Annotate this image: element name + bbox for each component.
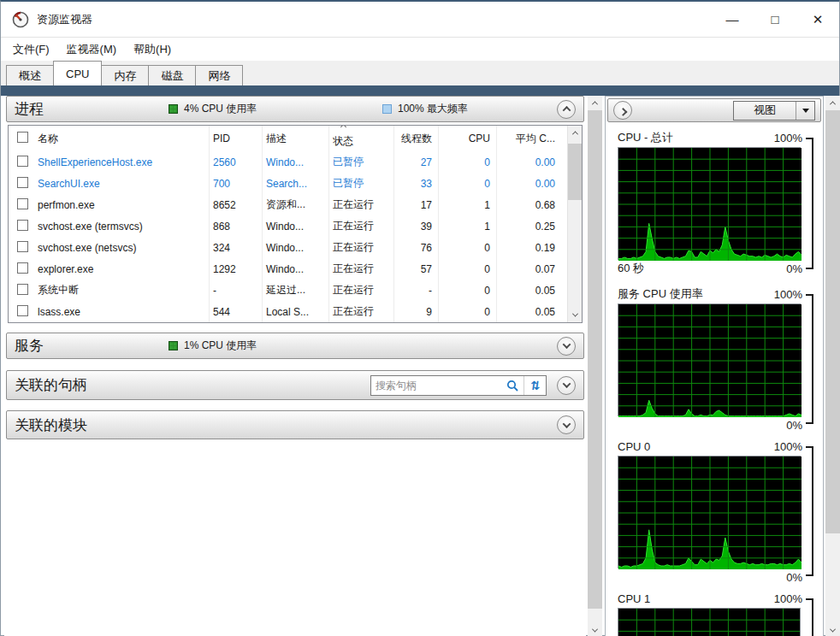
process-cpu-cell: 1 bbox=[439, 215, 497, 237]
menu-monitor[interactable]: 监视器(M) bbox=[58, 38, 126, 61]
process-status-cell: 已暂停 bbox=[329, 151, 394, 173]
process-avg-cell: 0.07 bbox=[497, 263, 561, 275]
row-checkbox[interactable] bbox=[17, 284, 28, 295]
scroll-down-arrow-icon[interactable] bbox=[568, 308, 583, 322]
column-header-name[interactable]: 名称 bbox=[34, 126, 210, 151]
services-cpu-usage-label: 1% CPU 使用率 bbox=[184, 339, 257, 353]
select-all-checkbox[interactable] bbox=[17, 132, 28, 143]
row-checkbox[interactable] bbox=[17, 241, 28, 252]
tab-bar: 概述 CPU 内存 磁盘 网络 bbox=[1, 61, 839, 85]
graph-ymax-label: 100% bbox=[774, 132, 802, 144]
process-name-cell: svchost.exe (netsvcs) bbox=[34, 237, 210, 258]
scroll-down-arrow-icon[interactable] bbox=[588, 623, 602, 636]
handles-expand-button[interactable] bbox=[557, 376, 576, 395]
scrollbar-thumb[interactable] bbox=[825, 110, 840, 533]
table-row[interactable]: explorer.exe1292Windo...正在运行5700.07 bbox=[9, 258, 582, 280]
process-status-cell: 正在运行 bbox=[329, 215, 394, 237]
sort-ascending-icon bbox=[340, 126, 346, 130]
row-checkbox[interactable] bbox=[17, 262, 28, 274]
scroll-up-arrow-icon[interactable] bbox=[568, 126, 583, 140]
window-title: 资源监视器 bbox=[37, 12, 92, 27]
services-expand-button[interactable] bbox=[557, 337, 576, 356]
column-header-threads[interactable]: 线程数 bbox=[394, 126, 439, 151]
cpu0-graph bbox=[618, 456, 801, 568]
process-pid-cell: 8652 bbox=[210, 194, 263, 215]
row-checkbox[interactable] bbox=[17, 156, 28, 167]
menu-file[interactable]: 文件(F) bbox=[4, 38, 58, 61]
process-checkbox-cell bbox=[9, 220, 34, 233]
right-panel-scrollbar[interactable] bbox=[825, 96, 840, 636]
process-checkbox-cell bbox=[9, 177, 34, 191]
tab-overview[interactable]: 概述 bbox=[6, 65, 54, 85]
row-checkbox[interactable] bbox=[17, 220, 28, 231]
process-checkbox-cell bbox=[9, 305, 34, 319]
scroll-down-arrow-icon[interactable] bbox=[825, 623, 840, 636]
process-pid-cell: 544 bbox=[210, 301, 263, 322]
processes-section-header: 进程 4% CPU 使用率 100% 最大频率 bbox=[6, 96, 584, 122]
view-button[interactable]: 视图 bbox=[733, 101, 815, 121]
view-dropdown-arrow[interactable] bbox=[796, 102, 814, 120]
process-threads-cell: 57 bbox=[394, 258, 439, 280]
modules-expand-button[interactable] bbox=[557, 415, 576, 434]
column-header-desc[interactable]: 描述 bbox=[263, 126, 329, 151]
row-checkbox[interactable] bbox=[17, 177, 28, 188]
process-desc-cell: Windo... bbox=[263, 258, 329, 280]
service-cpu-graph bbox=[618, 303, 801, 416]
handles-section-header: 关联的句柄 ⇅ bbox=[6, 370, 584, 400]
process-pid-cell: 2560 bbox=[210, 151, 263, 173]
process-table-scrollbar[interactable] bbox=[567, 126, 582, 322]
scrollbar-thumb[interactable] bbox=[568, 144, 583, 200]
processes-collapse-button[interactable] bbox=[557, 100, 576, 119]
close-button[interactable]: ✕ bbox=[796, 2, 839, 37]
process-desc-cell: Local S... bbox=[263, 301, 329, 322]
table-row[interactable]: SearchUI.exe700Search...已暂停3300.00 bbox=[9, 173, 582, 194]
process-pid-cell: - bbox=[210, 280, 263, 301]
row-checkbox[interactable] bbox=[17, 305, 28, 316]
table-row[interactable]: 系统中断-延迟过...正在运行-00.05 bbox=[9, 280, 582, 301]
scroll-up-arrow-icon[interactable] bbox=[588, 96, 602, 110]
refresh-sync-icon[interactable]: ⇅ bbox=[524, 376, 546, 395]
tab-disk[interactable]: 磁盘 bbox=[148, 65, 196, 85]
table-row[interactable]: perfmon.exe8652资源和...正在运行1710.68 bbox=[9, 194, 582, 215]
processes-title: 进程 bbox=[15, 99, 169, 119]
tab-cpu[interactable]: CPU bbox=[53, 61, 102, 85]
column-header-avg-cpu[interactable]: 平均 C... bbox=[497, 132, 561, 146]
process-avg-cell: 0.00 bbox=[497, 156, 561, 168]
chevron-right-icon bbox=[618, 107, 627, 115]
column-header-pid[interactable]: PID bbox=[210, 126, 263, 151]
minimize-button[interactable]: — bbox=[711, 2, 754, 37]
table-row[interactable]: lsass.exe544Local S...正在运行900.05 bbox=[9, 301, 582, 322]
tab-network[interactable]: 网络 bbox=[195, 65, 243, 85]
tab-memory[interactable]: 内存 bbox=[101, 65, 149, 85]
process-threads-cell: 33 bbox=[394, 173, 439, 194]
graph-scale-bracket bbox=[806, 598, 813, 636]
graph-section-cpu0: CPU 0100% 0% bbox=[618, 438, 821, 585]
search-icon[interactable] bbox=[501, 376, 524, 395]
handle-search-input[interactable] bbox=[371, 380, 501, 392]
scroll-up-arrow-icon[interactable] bbox=[825, 96, 840, 110]
graph-section-cpu1: CPU 1100% bbox=[618, 590, 821, 636]
graph-ymax-label: 100% bbox=[774, 592, 802, 605]
graph-title: CPU 0 bbox=[618, 440, 650, 453]
maximize-button[interactable]: □ bbox=[754, 2, 796, 37]
max-frequency-label: 100% 最大频率 bbox=[398, 102, 468, 116]
table-row[interactable]: svchost.exe (netsvcs)324Windo...正在运行7600… bbox=[9, 237, 582, 258]
process-avg-cell: 0.05 bbox=[497, 306, 561, 318]
process-threads-cell: 9 bbox=[394, 301, 439, 322]
process-name-cell: ShellExperienceHost.exe bbox=[34, 151, 210, 173]
app-gauge-icon bbox=[12, 11, 29, 28]
left-panel-scrollbar[interactable] bbox=[588, 96, 602, 636]
row-checkbox[interactable] bbox=[17, 198, 28, 209]
graph-ymin-label: 0% bbox=[786, 419, 802, 432]
scrollbar-thumb[interactable] bbox=[588, 110, 602, 609]
table-row[interactable]: ShellExperienceHost.exe2560Windo...已暂停27… bbox=[9, 151, 582, 173]
menu-bar: 文件(F) 监视器(M) 帮助(H) bbox=[1, 38, 839, 61]
panel-expand-button[interactable] bbox=[613, 101, 632, 120]
process-checkbox-cell bbox=[9, 284, 34, 297]
column-header-status[interactable]: 状态 bbox=[329, 126, 394, 151]
table-row[interactable]: svchost.exe (termsvcs)868Windo...正在运行391… bbox=[9, 215, 582, 237]
services-cpu-legend-icon bbox=[169, 341, 178, 350]
process-name-cell: svchost.exe (termsvcs) bbox=[34, 215, 210, 237]
menu-help[interactable]: 帮助(H) bbox=[125, 38, 180, 61]
column-header-cpu[interactable]: CPU bbox=[439, 126, 497, 151]
